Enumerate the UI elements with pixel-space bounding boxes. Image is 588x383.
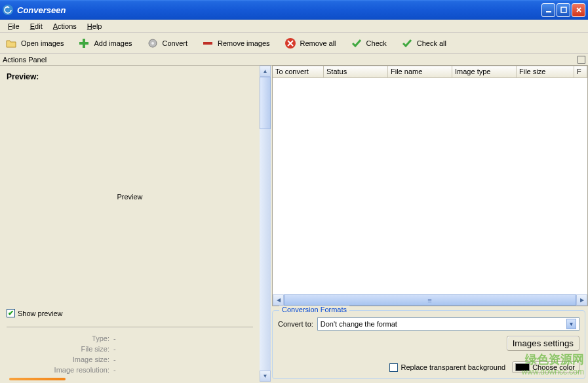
h-scroll-thumb[interactable]: ≡ <box>284 294 576 306</box>
col-file-size[interactable]: File size <box>517 66 574 77</box>
menu-file[interactable]: File <box>3 21 25 31</box>
folder-open-icon <box>5 37 17 49</box>
check-label: Check <box>366 39 387 47</box>
svg-point-5 <box>151 42 154 45</box>
choose-color-button[interactable]: Choose color <box>512 361 579 373</box>
remove-images-button[interactable]: Remove images <box>199 36 272 50</box>
check-button[interactable]: Check <box>348 36 389 50</box>
info-imgres-value: - <box>113 366 116 374</box>
app-icon <box>3 5 13 15</box>
add-images-label: Add images <box>94 39 132 47</box>
col-to-convert[interactable]: To convert <box>273 66 324 77</box>
table-body[interactable] <box>273 78 587 294</box>
menu-actions[interactable]: Actions <box>48 21 82 31</box>
scroll-right-icon[interactable]: ▶ <box>576 294 587 306</box>
actions-panel-title: Actions Panel <box>3 56 47 64</box>
table-header: To convert Status File name Image type F… <box>273 66 587 78</box>
open-images-label: Open images <box>21 39 64 47</box>
info-imgres-label: Image resolution: <box>12 366 113 374</box>
remove-all-icon <box>284 37 296 49</box>
remove-all-button[interactable]: Remove all <box>282 36 339 50</box>
svg-rect-6 <box>203 42 212 45</box>
scroll-left-icon[interactable]: ◀ <box>273 294 284 306</box>
convert-to-value: Don't change the format <box>321 320 397 328</box>
main-area: To convert Status File name Image type F… <box>271 66 588 382</box>
preview-placeholder: Preview <box>117 193 142 201</box>
actions-panel-header: Actions Panel <box>0 54 588 66</box>
info-filesize-value: - <box>113 345 116 353</box>
menu-help[interactable]: Help <box>82 21 108 31</box>
open-images-button[interactable]: Open images <box>3 36 66 50</box>
file-table: To convert Status File name Image type F… <box>272 66 588 306</box>
convert-label: Convert <box>163 39 188 47</box>
check-all-icon <box>401 37 413 49</box>
plus-icon <box>78 37 90 49</box>
info-imgsize-value: - <box>113 355 116 363</box>
undock-icon[interactable] <box>578 56 585 64</box>
scroll-down-icon[interactable]: ▼ <box>260 371 271 382</box>
image-info: Type:- File size:- Image size:- Image re… <box>7 333 253 382</box>
divider <box>7 327 253 328</box>
menu-edit[interactable]: Edit <box>25 21 48 31</box>
replace-bg-label: Replace transparent background <box>401 363 506 371</box>
svg-rect-3 <box>79 42 88 45</box>
scroll-thumb[interactable] <box>260 77 271 129</box>
close-button[interactable] <box>572 3 585 17</box>
info-type-value: - <box>113 334 116 342</box>
col-status[interactable]: Status <box>324 66 388 77</box>
check-all-button[interactable]: Check all <box>399 36 449 50</box>
check-all-label: Check all <box>417 39 446 47</box>
conversion-formats-legend: Conversion Formats <box>279 306 349 313</box>
menubar: File Edit Actions Help <box>0 20 588 33</box>
svg-rect-1 <box>561 7 566 12</box>
col-file-name[interactable]: File name <box>388 66 452 77</box>
chevron-down-icon: ▼ <box>566 319 576 329</box>
panel-scrollbar[interactable]: ▲ ▼ <box>260 66 271 382</box>
info-imgsize-label: Image size: <box>12 355 113 363</box>
color-swatch <box>515 363 530 371</box>
progress-indicator <box>9 378 66 380</box>
info-filesize-label: File size: <box>12 345 113 353</box>
toolbar: Open images Add images Convert Remove im… <box>0 33 588 54</box>
gear-icon <box>147 37 159 49</box>
check-icon <box>351 37 363 49</box>
show-preview-checkbox[interactable]: ✔ <box>7 309 15 317</box>
remove-all-label: Remove all <box>300 39 336 47</box>
table-h-scrollbar[interactable]: ◀ ≡ ▶ <box>273 294 587 306</box>
scroll-track[interactable] <box>260 129 271 371</box>
preview-area: Preview <box>7 88 253 305</box>
window-title: Converseen <box>17 5 541 15</box>
scroll-up-icon[interactable]: ▲ <box>260 66 271 77</box>
actions-panel: Preview: Preview ✔ Show preview Type:- F… <box>0 66 271 382</box>
show-preview-label: Show preview <box>18 310 62 317</box>
maximize-button[interactable] <box>557 3 570 17</box>
add-images-button[interactable]: Add images <box>75 36 134 50</box>
convert-to-select[interactable]: Don't change the format ▼ <box>317 317 579 331</box>
remove-images-label: Remove images <box>218 39 269 47</box>
convert-button[interactable]: Convert <box>144 36 191 50</box>
conversion-formats-group: Conversion Formats Convert to: Don't cha… <box>272 310 585 379</box>
svg-rect-0 <box>546 11 551 12</box>
minus-icon <box>202 37 214 49</box>
minimize-button[interactable] <box>541 3 555 17</box>
info-type-label: Type: <box>12 334 113 342</box>
col-image-type[interactable]: Image type <box>452 66 517 77</box>
titlebar: Converseen <box>0 0 588 20</box>
col-overflow[interactable]: F <box>574 66 587 77</box>
preview-heading: Preview: <box>7 72 253 81</box>
images-settings-button[interactable]: Images settings <box>507 336 579 351</box>
convert-to-label: Convert to: <box>278 320 313 328</box>
choose-color-label: Choose color <box>532 363 575 371</box>
replace-bg-checkbox[interactable] <box>389 363 398 372</box>
